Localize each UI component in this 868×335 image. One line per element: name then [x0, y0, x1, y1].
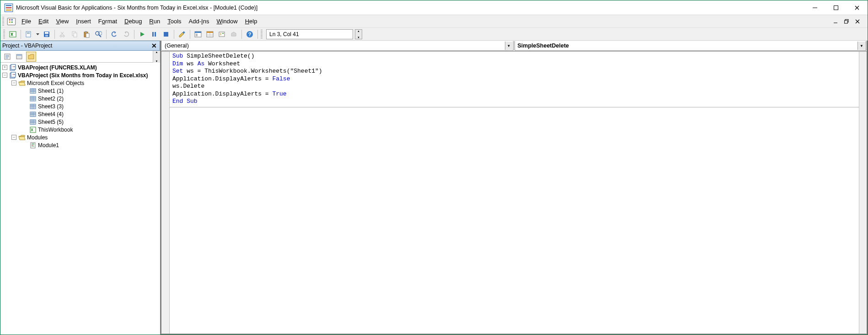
code-editor[interactable]: Sub SimpleSheetDelete() Dim ws As Worksh… [170, 52, 859, 334]
menu-run[interactable]: Run [145, 16, 164, 26]
view-code-button[interactable] [2, 52, 12, 62]
menu-insert[interactable]: Insert [72, 16, 95, 26]
mdi-restore-button[interactable] [842, 18, 851, 25]
svg-rect-23 [45, 32, 48, 34]
position-scroll[interactable]: ▲▼ [355, 29, 362, 39]
titlebar: Microsoft Visual Basic for Applications … [0, 0, 868, 15]
save-button[interactable] [42, 29, 52, 39]
excel-objects-folder[interactable]: − Microsoft Excel Objects [0, 79, 160, 87]
menu-file[interactable]: File [18, 16, 35, 26]
help-button[interactable]: ? [245, 29, 255, 39]
svg-rect-60 [16, 54, 22, 56]
svg-point-11 [9, 21, 11, 22]
sheet-node[interactable]: Sheet4 (4) [0, 110, 160, 118]
project-tree[interactable]: + VBAProject (FUNCRES.XLAM) − VBAProject… [0, 63, 160, 335]
design-mode-button[interactable] [177, 29, 187, 39]
svg-rect-40 [195, 32, 201, 33]
menu-help[interactable]: Help [241, 16, 261, 26]
project-explorer-button[interactable] [193, 29, 203, 39]
svg-rect-15 [845, 21, 848, 23]
expand-icon[interactable]: + [2, 65, 7, 70]
collapse-icon[interactable]: − [11, 135, 16, 140]
menu-grip[interactable] [2, 17, 4, 26]
cut-button[interactable] [58, 29, 68, 39]
tree-label: Modules [27, 134, 48, 141]
folder-open-icon [18, 80, 26, 87]
toolbar-grip[interactable] [3, 30, 5, 39]
code-gutter[interactable] [161, 52, 170, 334]
maximize-button[interactable] [825, 0, 847, 15]
menu-tools[interactable]: Tools [164, 16, 185, 26]
object-combo[interactable]: (General) ▼ [162, 41, 514, 51]
collapse-icon[interactable]: − [11, 80, 16, 85]
close-button[interactable] [847, 0, 868, 15]
find-button[interactable] [93, 29, 103, 39]
svg-rect-43 [196, 36, 198, 36]
undo-button[interactable] [109, 29, 119, 39]
module1-node[interactable]: Module1 [0, 141, 160, 149]
mdi-close-button[interactable] [853, 18, 862, 25]
sheet-node[interactable]: Sheet1 (1) [0, 87, 160, 95]
menu-debug[interactable]: Debug [121, 16, 145, 26]
mdi-minimize-button[interactable] [831, 18, 840, 25]
insert-module-button[interactable] [24, 29, 34, 39]
project-panel-close-button[interactable]: ✕ [150, 42, 158, 49]
dropdown-arrow-icon[interactable]: ▼ [857, 42, 865, 50]
window-title: Microsoft Visual Basic for Applications … [16, 5, 804, 11]
code-body: Sub SimpleSheetDelete() Dim ws As Worksh… [161, 52, 867, 334]
app-icon [4, 3, 13, 12]
reset-button[interactable] [161, 29, 171, 39]
object-combo-text: (General) [165, 43, 189, 49]
menubar: FileEditViewInsertFormatDebugRunToolsAdd… [0, 15, 868, 28]
menu-add-ins[interactable]: Add-Ins [185, 16, 213, 26]
collapse-icon[interactable]: − [2, 73, 7, 78]
tree-label: Microsoft Excel Objects [27, 80, 84, 86]
svg-rect-5 [834, 5, 838, 10]
worksheet-icon [29, 87, 37, 95]
tree-label: Sheet3 (3) [38, 103, 64, 110]
project-node-funcres[interactable]: + VBAProject (FUNCRES.XLAM) [0, 64, 160, 71]
properties-window-button[interactable] [205, 29, 215, 39]
sheet-node[interactable]: Sheet3 (3) [0, 102, 160, 110]
toolbox-button[interactable] [229, 29, 239, 39]
svg-point-26 [63, 35, 64, 37]
panel-toolbar-scroll[interactable]: ▲▼ [153, 51, 160, 63]
svg-rect-28 [74, 33, 77, 37]
paste-button[interactable] [81, 29, 91, 39]
menu-edit[interactable]: Edit [35, 16, 52, 26]
vba-icon [7, 17, 16, 26]
toolbar-grip-2[interactable] [261, 30, 263, 39]
code-area: (General) ▼ SimpleSheetDelete ▼ Sub Simp… [161, 41, 868, 335]
svg-rect-19 [26, 32, 31, 37]
minimize-button[interactable] [804, 0, 825, 15]
view-object-button[interactable] [14, 52, 24, 62]
svg-rect-49 [219, 32, 225, 37]
svg-rect-89 [30, 120, 36, 124]
view-excel-button[interactable] [8, 29, 18, 39]
run-button[interactable] [137, 29, 147, 39]
combo-row: (General) ▼ SimpleSheetDelete ▼ [161, 41, 867, 52]
sheet-node[interactable]: Sheet2 (2) [0, 95, 160, 102]
workbook-icon [29, 126, 37, 133]
vertical-scrollbar[interactable] [859, 52, 867, 334]
project-icon [9, 64, 16, 71]
object-browser-button[interactable] [217, 29, 227, 39]
toggle-folders-button[interactable] [26, 52, 36, 62]
insert-dropdown-button[interactable] [36, 33, 40, 35]
thisworkbook-node[interactable]: ThisWorkbook [0, 126, 160, 133]
dropdown-arrow-icon[interactable]: ▼ [505, 42, 513, 50]
sheet-node[interactable]: Sheet5 (5) [0, 118, 160, 126]
redo-button[interactable] [121, 29, 131, 39]
break-button[interactable] [149, 29, 159, 39]
window-buttons [804, 0, 868, 15]
menu-format[interactable]: Format [95, 16, 121, 26]
procedure-combo[interactable]: SimpleSheetDelete ▼ [514, 41, 867, 51]
project-node-workbook[interactable]: − VBAProject (Six Months from Today in E… [0, 71, 160, 79]
copy-button[interactable] [70, 29, 80, 39]
tree-label: Module1 [38, 142, 59, 149]
menu-window[interactable]: Window [213, 16, 241, 26]
menu-view[interactable]: View [52, 16, 72, 26]
project-panel-title[interactable]: Project - VBAProject ✕ [0, 41, 160, 51]
modules-folder[interactable]: − Modules [0, 133, 160, 141]
tree-label: Sheet5 (5) [38, 119, 64, 125]
